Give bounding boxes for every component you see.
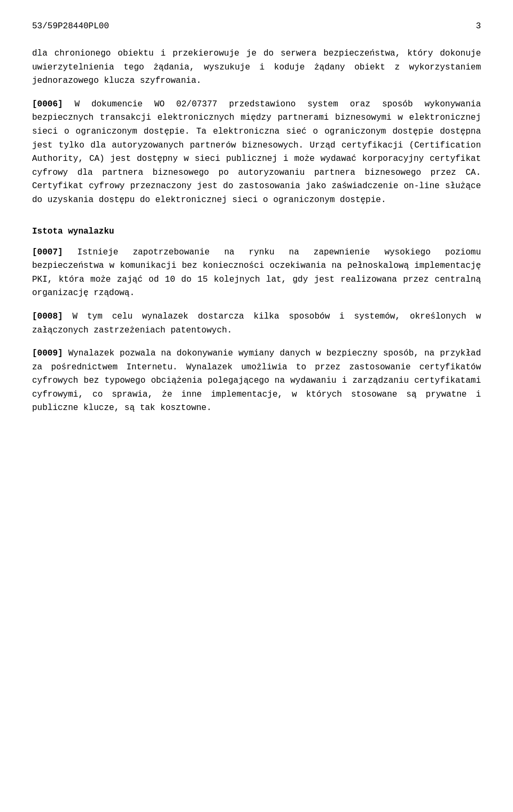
paragraph-0006: [0006] W dokumencie WO 02/07377 przedsta… (32, 98, 481, 207)
intro-paragraph: dla chronionego obiektu i przekierowuje … (32, 47, 481, 88)
intro-text: dla chronionego obiektu i przekierowuje … (32, 49, 481, 86)
paragraph-0008: [0008] W tym celu wynalazek dostarcza ki… (32, 310, 481, 337)
page-number: 3 (476, 21, 481, 31)
text-0007: Istnieje zapotrzebowanie na rynku na zap… (32, 248, 481, 298)
paragraph-0007: [0007] Istnieje zapotrzebowanie na rynku… (32, 246, 481, 300)
text-0009: Wynalazek pozwala na dokonywanie wymiany… (32, 349, 481, 413)
text-0006: W dokumencie WO 02/07377 przedstawiono s… (32, 99, 481, 205)
page-header: 53/59P28440PL00 3 (32, 21, 481, 31)
document-id: 53/59P28440PL00 (32, 21, 109, 31)
tag-0007: [0007] (32, 248, 63, 257)
tag-0006: [0006] (32, 99, 63, 109)
tag-0009: [0009] (32, 349, 63, 358)
section-heading-wynalazku: Istota wynalazku (32, 227, 481, 236)
paragraph-0009: [0009] Wynalazek pozwala na dokonywanie … (32, 347, 481, 415)
text-0008: W tym celu wynalazek dostarcza kilka spo… (32, 312, 481, 335)
tag-0008: [0008] (32, 312, 63, 321)
section-heading-text: Istota wynalazku (32, 227, 114, 236)
